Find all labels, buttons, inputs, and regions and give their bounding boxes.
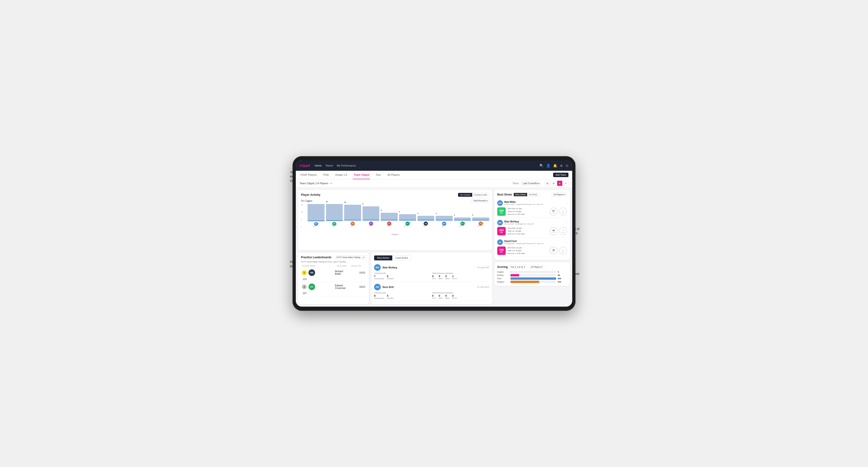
shot-chevron-icon[interactable]: › bbox=[566, 201, 567, 205]
edit-icon[interactable]: ✏ bbox=[330, 182, 332, 185]
people-icon[interactable]: 👤 bbox=[546, 164, 550, 167]
shot-circles: 16 yds 0 yds bbox=[550, 247, 567, 255]
leaderboard-header: Practice Leaderboards PUTT Must Make Put… bbox=[301, 255, 366, 259]
bar-highlight bbox=[308, 220, 324, 221]
tab-most-active[interactable]: Most Active bbox=[374, 255, 392, 260]
bar[interactable]: 4 bbox=[399, 214, 416, 220]
view-heart-icon[interactable]: ♥ bbox=[557, 181, 562, 186]
bar-col: 9JCJ. Coles bbox=[363, 204, 379, 228]
scoring-count: 499 bbox=[558, 277, 567, 280]
activity-player-name: Blair McHarg bbox=[382, 266, 397, 269]
view-grid-alt-icon[interactable]: ⊟ bbox=[551, 181, 556, 186]
tab-hcaps[interactable]: Hcaps 1-5 bbox=[335, 171, 348, 179]
bar[interactable]: 3 bbox=[436, 216, 453, 220]
shot-player-info: Blair McHarg 23 Jul 2023 · Ashridge GC, … bbox=[504, 220, 565, 225]
badge-value: 200 bbox=[499, 229, 503, 231]
scoring-filter1-value: Par 3, 4 & 5s bbox=[511, 266, 523, 268]
practice-row: 0 GTT 0 APP 0 ARG bbox=[432, 275, 489, 280]
sub-nav: PGAT Players PGA Hcaps 1-5 Team Clippd T… bbox=[296, 171, 572, 179]
nav-my-performance[interactable]: My Performance bbox=[337, 164, 356, 167]
y-axis: 15 10 5 0 bbox=[301, 204, 303, 228]
scoring-bar-track bbox=[510, 271, 556, 273]
bar-chart-container: 15 10 5 0 13BMB. McHarg12RBR. Britt10DFD… bbox=[301, 204, 489, 247]
bar[interactable]: 5 bbox=[381, 213, 398, 220]
view-grid-icon[interactable]: ⊞ bbox=[545, 181, 550, 186]
round-stat-val: 7 bbox=[374, 275, 384, 278]
badge-sub: SG bbox=[500, 251, 503, 253]
show-select[interactable]: Last 3 months ▾ bbox=[521, 181, 541, 185]
bar[interactable]: 2 bbox=[454, 217, 471, 220]
bar[interactable]: 10 bbox=[344, 205, 361, 220]
user-icon[interactable]: ⊙ bbox=[566, 164, 568, 167]
bar-highlight bbox=[417, 220, 434, 220]
bar-col: 5EEE. Ebert bbox=[381, 204, 398, 228]
bar[interactable]: 12 bbox=[326, 204, 343, 221]
activity-toggle-group: On Course Practice Drills bbox=[458, 193, 489, 197]
tab-tour[interactable]: Tour bbox=[375, 171, 382, 179]
tab-pgat-players[interactable]: PGAT Players bbox=[300, 171, 318, 179]
lb-pb-avg: 107 bbox=[302, 292, 307, 294]
activity-player-left: RB Rees Britt bbox=[374, 284, 394, 290]
activity-player-avatar: RB bbox=[374, 284, 381, 290]
extra-circle: 0 yds bbox=[559, 227, 567, 235]
view-list-icon[interactable]: ≡ bbox=[563, 181, 568, 186]
shot-player-header: BM Blair McHarg 23 Jul 2023 · Ashridge G… bbox=[497, 220, 567, 225]
add-circle-icon[interactable]: ⊕ bbox=[560, 164, 563, 167]
activity-header: Most Active Least Active bbox=[374, 255, 489, 260]
leaderboard-row: 2 EC Edward Crossman 18/20 107 bbox=[301, 282, 366, 296]
bar[interactable]: 13 bbox=[308, 204, 324, 221]
toggle-practice-drills[interactable]: Practice Drills bbox=[472, 193, 489, 197]
activity-player-date: 26 Aug 2023 bbox=[477, 266, 489, 269]
bar[interactable]: 2 bbox=[472, 217, 489, 220]
player-name-container: Edward Crossman bbox=[335, 284, 349, 289]
tab-pga[interactable]: PGA bbox=[322, 171, 330, 179]
stat-end: End Lie: In The Hole bbox=[507, 232, 548, 236]
tab-team-clippd[interactable]: Team Clippd bbox=[353, 171, 370, 179]
bell-icon[interactable]: 🔔 bbox=[553, 164, 557, 167]
scoring-filter2-value: All Players bbox=[531, 266, 541, 268]
bar-value-label: 3 bbox=[417, 213, 418, 214]
col-pb-score: PB SCORE bbox=[337, 265, 351, 267]
nav-teams[interactable]: Teams bbox=[326, 164, 333, 167]
chart-filter-select[interactable]: Total Rounds ▾ bbox=[471, 199, 489, 203]
bar-value-label: 5 bbox=[381, 210, 382, 211]
shots-all-btn[interactable]: Best Shots bbox=[514, 193, 527, 196]
dist-unit: yds bbox=[552, 251, 555, 253]
scoring-filter1[interactable]: Par 3, 4 & 5s ▾ bbox=[509, 265, 527, 269]
lb-player-name: Richard Butler bbox=[335, 270, 349, 275]
tab-all-players[interactable]: All Players bbox=[386, 171, 401, 179]
bar-value-label: 9 bbox=[363, 203, 364, 205]
shot-chevron-icon[interactable]: › bbox=[566, 221, 567, 224]
shot-chevron-icon[interactable]: › bbox=[566, 241, 567, 244]
main-content: Player Activity On Course Practice Drill… bbox=[296, 187, 572, 307]
rank-badge: 2 bbox=[302, 284, 307, 289]
player-avatar: RB bbox=[309, 269, 315, 276]
scoring-filter2[interactable]: All Players ▾ bbox=[529, 265, 545, 269]
tab-least-active[interactable]: Least Active bbox=[392, 255, 411, 260]
shot-stats: Shot Dist: 43 yds Start Lie: Rough End L… bbox=[507, 227, 548, 236]
bar-highlight bbox=[344, 220, 361, 220]
right-column: Best Shots Best Shots All Shots All Play… bbox=[494, 190, 570, 304]
bar-col: 13BMB. McHarg bbox=[308, 204, 324, 228]
toggle-on-course[interactable]: On Course bbox=[458, 193, 472, 197]
nav-home[interactable]: Home bbox=[315, 164, 321, 167]
bar[interactable]: 9 bbox=[363, 206, 379, 220]
leaderboard-row: 1 RB Richard Butler 19/20 110 bbox=[301, 268, 366, 282]
search-icon[interactable]: 🔍 bbox=[539, 164, 544, 167]
extra-circle: 0 yds bbox=[559, 208, 567, 216]
lb-player-name: Edward Crossman bbox=[335, 284, 349, 289]
activity-player-name: Rees Britt bbox=[382, 286, 394, 288]
lb-pb-avg: 110 bbox=[302, 278, 307, 280]
leaderboard-filter[interactable]: PUTT Must Make Putting ... ▾ bbox=[335, 255, 366, 259]
badge-sub: SG bbox=[500, 212, 503, 214]
shot-badge: 200 SG bbox=[497, 207, 506, 216]
shots-best-btn[interactable]: All Shots bbox=[527, 193, 539, 196]
lb-pb-score: 18/20 bbox=[351, 286, 365, 288]
leaderboard-title: Practice Leaderboards bbox=[301, 256, 331, 259]
practice-stat-val: 0 bbox=[432, 294, 436, 297]
shots-players-select[interactable]: All Players ▾ bbox=[552, 193, 567, 196]
add-team-button[interactable]: Add Team bbox=[553, 173, 568, 177]
shot-player-info: Matt Miller 09 Jun 2023 · Royal North De… bbox=[504, 201, 565, 206]
bar[interactable]: 3 bbox=[417, 216, 434, 220]
practice-stat-val: 0 bbox=[439, 275, 442, 278]
